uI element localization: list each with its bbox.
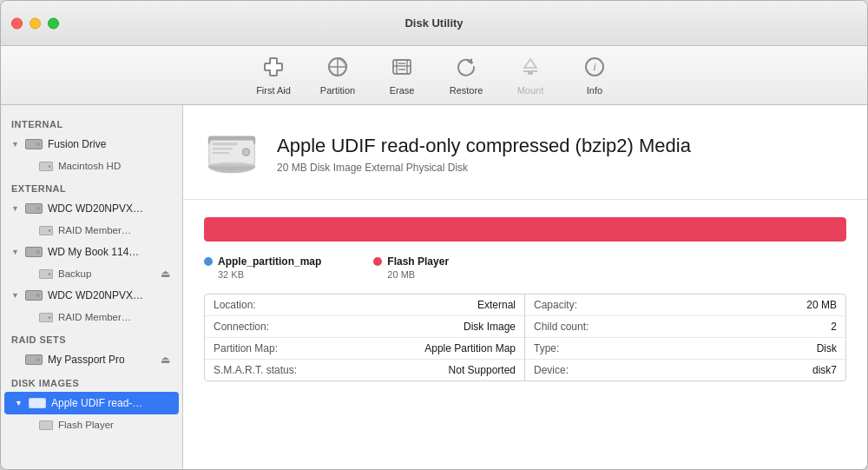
restore-label: Restore [450, 85, 483, 96]
detail-row-partition-map: Partition Map: Apple Partition Map [205, 338, 524, 360]
svg-rect-58 [213, 152, 229, 154]
restore-button[interactable]: Restore [436, 51, 496, 100]
toolbar: First Aid Partition [1, 46, 867, 105]
apple-partition-map-name: Apple_partition_map [218, 255, 321, 268]
minimize-button[interactable] [30, 17, 41, 29]
details-right-col: Capacity: 20 MB Child count: 2 Type: Dis… [525, 295, 845, 381]
sidebar-item-raid-member-2[interactable]: ▶ RAID Member… [1, 307, 182, 328]
raid-member-1-icon [39, 223, 53, 237]
restore-icon [455, 56, 477, 82]
partition-segment-flash-player [204, 217, 846, 242]
type-value: Disk [645, 342, 837, 354]
partition-map-value: Apple Partition Map [325, 342, 516, 354]
window-title: Disk Utility [404, 17, 463, 30]
svg-rect-3 [271, 59, 276, 75]
apple-partition-map-size: 32 KB [218, 269, 321, 280]
connection-value: Disk Image [325, 321, 516, 333]
connection-label: Connection: [214, 321, 318, 333]
svg-point-59 [208, 162, 255, 171]
traffic-lights [11, 17, 59, 29]
location-value: External [325, 299, 516, 311]
svg-marker-14 [524, 59, 536, 68]
sidebar-section-disk-images: Disk Images [1, 371, 182, 392]
sidebar-item-wdc2[interactable]: ▼ WDC WD20NPVX… [1, 284, 182, 307]
sidebar-item-my-passport-pro[interactable]: ▶ My Passport Pro ⏏ [1, 348, 182, 371]
sidebar-item-raid-member-2-label: RAID Member… [58, 312, 131, 322]
sidebar-item-wdc1[interactable]: ▼ WDC WD20NPVX… [1, 197, 182, 220]
sidebar-item-backup[interactable]: ▶ Backup ⏏ [1, 263, 182, 284]
erase-button[interactable]: Erase [372, 51, 432, 100]
apple-partition-map-dot [204, 257, 213, 266]
detail-row-connection: Connection: Disk Image [205, 316, 524, 338]
svg-rect-7 [393, 60, 411, 74]
partition-labels: Apple_partition_map 32 KB Flash Player 2… [204, 255, 846, 280]
detail-row-capacity: Capacity: 20 MB [525, 295, 845, 316]
details-left-col: Location: External Connection: Disk Imag… [205, 295, 525, 381]
first-aid-button[interactable]: First Aid [243, 51, 304, 100]
disk-info: Apple UDIF read-only compressed (bzip2) … [277, 134, 691, 175]
sidebar-item-flash-player[interactable]: ▶ Flash Player [1, 414, 182, 435]
internal-disk-icon [25, 136, 43, 153]
child-count-value: 2 [645, 321, 837, 333]
erase-label: Erase [390, 85, 415, 96]
svg-rect-47 [30, 399, 45, 407]
eject-icon-2[interactable]: ⏏ [161, 354, 170, 366]
chevron-down-icon-2: ▼ [11, 204, 20, 213]
mount-icon [519, 56, 542, 82]
sidebar-item-my-passport-pro-label: My Passport Pro [48, 354, 125, 366]
sidebar-item-apple-udif-label: Apple UDIF read-… [51, 397, 142, 409]
sidebar-item-backup-label: Backup [58, 268, 91, 279]
disk-large-icon [201, 122, 263, 185]
detail-row-type: Type: Disk [525, 338, 845, 360]
main-panel: Apple UDIF read-only compressed (bzip2) … [183, 105, 867, 469]
partition-label-apple-partition-map: Apple_partition_map 32 KB [204, 255, 321, 280]
smart-label: S.M.A.R.T. status: [214, 364, 318, 376]
close-button[interactable] [11, 17, 23, 29]
detail-row-device: Device: disk7 [525, 360, 845, 381]
eject-icon[interactable]: ⏏ [161, 268, 170, 280]
mount-label: Mount [517, 85, 544, 96]
erase-icon [391, 56, 413, 82]
svg-point-27 [36, 207, 40, 210]
title-bar: Disk Utility [1, 1, 867, 46]
wdc2-icon [25, 287, 43, 304]
mount-button[interactable]: Mount [500, 51, 561, 100]
sidebar-item-fusion-drive-label: Fusion Drive [48, 138, 106, 150]
chevron-down-icon: ▼ [11, 140, 20, 149]
chevron-down-icon-3: ▼ [11, 248, 20, 256]
info-button[interactable]: i Info [564, 51, 625, 100]
svg-point-39 [36, 294, 40, 297]
maximize-button[interactable] [48, 17, 59, 29]
svg-point-24 [49, 165, 51, 168]
svg-rect-56 [213, 142, 238, 145]
sidebar-item-macintosh-hd[interactable]: ▶ Macintosh HD [1, 156, 182, 176]
sidebar-item-fusion-drive[interactable]: ▼ Fusion Drive [1, 133, 182, 156]
details-grid: Location: External Connection: Disk Imag… [204, 294, 846, 381]
sidebar-section-raid: RAID Sets [1, 328, 182, 348]
svg-text:i: i [593, 60, 596, 73]
flash-player-partition-size: 20 MB [387, 269, 449, 280]
device-value: disk7 [645, 364, 837, 376]
partition-label: Partition [320, 85, 355, 96]
partition-area: Apple_partition_map 32 KB Flash Player 2… [183, 200, 867, 469]
partition-button[interactable]: Partition [307, 51, 368, 100]
sidebar-item-raid-member-1[interactable]: ▶ RAID Member… [1, 220, 182, 241]
svg-point-45 [36, 358, 40, 361]
my-passport-pro-icon [25, 351, 43, 368]
sidebar-item-wd-my-book[interactable]: ▼ WD My Book 114… [1, 241, 182, 263]
info-icon: i [583, 56, 606, 82]
macintosh-hd-icon [39, 159, 53, 173]
chevron-down-icon-4: ▼ [11, 291, 20, 300]
svg-point-36 [49, 273, 51, 275]
sidebar-item-wdc2-label: WDC WD20NPVX… [48, 289, 143, 301]
sidebar-item-macintosh-hd-label: Macintosh HD [58, 161, 121, 171]
detail-row-smart: S.M.A.R.T. status: Not Supported [205, 360, 524, 381]
sidebar-item-apple-udif[interactable]: ▼ Apple UDIF read-… [4, 392, 179, 414]
capacity-label: Capacity: [534, 299, 638, 311]
svg-rect-49 [40, 421, 52, 429]
disk-header: Apple UDIF read-only compressed (bzip2) … [183, 105, 867, 200]
detail-row-child-count: Child count: 2 [525, 316, 845, 338]
info-label: Info [587, 85, 602, 96]
child-count-label: Child count: [534, 321, 638, 333]
sidebar-item-wdc1-label: WDC WD20NPVX… [48, 202, 143, 215]
